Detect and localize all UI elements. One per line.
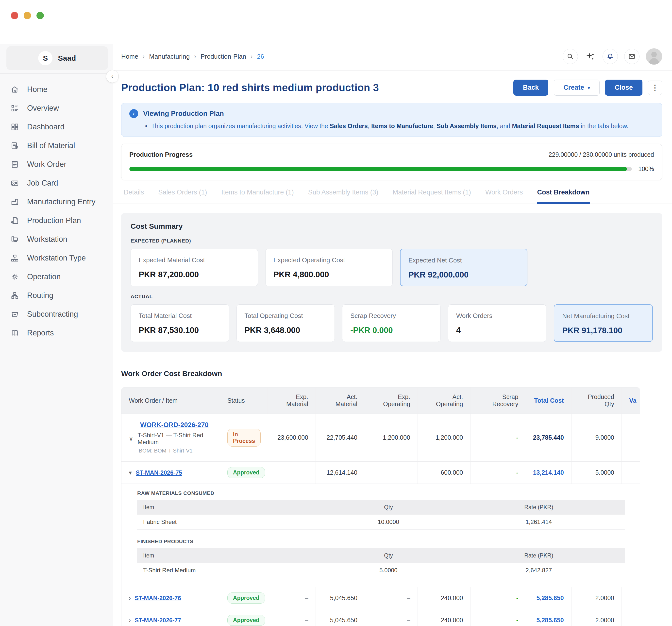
sidebar-item-label: Operation <box>27 272 61 281</box>
action-buttons: Back Create▾ Close ⋮ <box>513 79 662 96</box>
card-label: Expected Material Cost <box>139 256 250 264</box>
tab-sales-orders[interactable]: Sales Orders (1) <box>159 188 207 204</box>
main-content: Home › Manufacturing › Production-Plan ›… <box>113 0 672 626</box>
chevron-down-icon[interactable]: ∨ <box>129 435 133 442</box>
search-icon <box>567 53 574 60</box>
column-header[interactable]: Exp. Material <box>267 388 316 414</box>
sidebar-item-bill-of-material[interactable]: Bill of Material <box>0 136 113 155</box>
card-label: Total Material Cost <box>139 312 221 320</box>
column-header[interactable]: Status <box>220 388 268 414</box>
tab-sub-assembly-items[interactable]: Sub Assembly Items (3) <box>308 188 378 204</box>
avatar-person-icon <box>651 52 657 57</box>
production-progress-card: Production Progress 229.00000 / 230.0000… <box>121 144 662 180</box>
raw-materials-label: RAW MATERIALS CONSUMED <box>137 490 639 496</box>
stock-entry-detail-panel: RAW MATERIALS CONSUMED Item Qty Rate (PK… <box>121 484 640 587</box>
act-operating-cell: 600.000 <box>417 462 470 484</box>
column-header[interactable]: Scrap Recovery <box>471 388 526 414</box>
info-banner-header: i Viewing Production Plan <box>129 109 654 118</box>
total-material-cost-card: Total Material Cost PKR 87,530.100 <box>130 304 229 342</box>
maximize-window-icon[interactable] <box>37 12 44 19</box>
status-badge: Approved <box>227 615 265 626</box>
stock-entry-link[interactable]: ST-MAN-2026-77 <box>135 617 181 624</box>
exp-operating-cell: – <box>365 609 417 626</box>
sub-column-header: Item <box>137 548 325 563</box>
sidebar-item-production-plan[interactable]: Production Plan <box>0 211 113 230</box>
column-header[interactable]: Work Order / Item <box>121 388 220 414</box>
sub-table-header: Item Qty Rate (PKR) <box>137 548 625 563</box>
notifications-button[interactable] <box>602 49 618 64</box>
search-button[interactable] <box>562 49 578 64</box>
sidebar-item-work-order[interactable]: Work Order <box>0 155 113 174</box>
banner-text-bold: Items to Manufacture <box>371 122 433 130</box>
net-manufacturing-cost-card: Net Manufacturing Cost PKR 91,178.100 <box>554 304 653 342</box>
banner-text: , <box>368 122 371 130</box>
sidebar-item-label: Reports <box>27 328 54 338</box>
banner-text: This production plan organizes manufactu… <box>151 122 330 130</box>
close-window-icon[interactable] <box>11 12 18 19</box>
progress-percent: 100% <box>638 165 654 172</box>
sidebar-item-routing[interactable]: Routing <box>0 286 113 305</box>
chevron-right-icon[interactable]: › <box>129 617 131 624</box>
sidebar-item-dashboard[interactable]: Dashboard <box>0 118 113 136</box>
chevron-expanded-icon[interactable]: ▾ <box>129 469 132 476</box>
info-banner-title: Viewing Production Plan <box>143 110 224 118</box>
sidebar-item-workstation-type[interactable]: Workstation Type <box>0 249 113 268</box>
expected-material-cost-card: Expected Material Cost PKR 87,200.000 <box>130 249 258 286</box>
sidebar-item-job-card[interactable]: Job Card <box>0 174 113 192</box>
total-cost-cell: 13,214.140 <box>526 462 571 484</box>
tab-cost-breakdown[interactable]: Cost Breakdown <box>537 188 590 204</box>
expected-operating-cost-card: Expected Operating Cost PKR 4,800.000 <box>265 249 393 286</box>
breadcrumb-home[interactable]: Home <box>121 53 138 61</box>
sidebar-item-reports[interactable]: Reports <box>0 324 113 342</box>
page-header: Production Plan: 10 red shirts medium pr… <box>113 71 672 96</box>
tab-details[interactable]: Details <box>124 188 144 204</box>
sidebar-item-workstation[interactable]: Workstation <box>0 230 113 249</box>
sidebar-collapse-button[interactable]: ‹ <box>106 70 119 83</box>
total-cost-cell: 23,785.440 <box>526 414 571 461</box>
more-options-button[interactable]: ⋮ <box>648 80 662 95</box>
tab-work-orders[interactable]: Work Orders <box>485 188 523 204</box>
sidebar-item-subcontracting[interactable]: Subcontracting <box>0 305 113 324</box>
close-button[interactable]: Close <box>605 79 643 96</box>
stock-entry-link[interactable]: ST-MAN-2026-75 <box>136 469 182 476</box>
sidebar-item-overview[interactable]: Overview <box>0 99 113 118</box>
mail-button[interactable] <box>624 49 640 64</box>
card-value: 4 <box>456 326 538 335</box>
sidebar-item-home[interactable]: Home <box>0 80 113 99</box>
column-header[interactable]: Exp. Operating <box>365 388 418 414</box>
column-header[interactable]: Va <box>622 388 640 414</box>
column-header[interactable]: Act. Operating <box>417 388 471 414</box>
column-header[interactable]: Produced Qty <box>571 388 622 414</box>
status-badge: Approved <box>227 593 265 604</box>
user-card[interactable]: S Saad <box>6 46 108 70</box>
sidebar-item-operation[interactable]: Operation <box>0 268 113 286</box>
breadcrumb-production-plan[interactable]: Production-Plan <box>200 53 246 61</box>
item-name: T-Shirt-V1 — T-Shirt Red Medium <box>138 432 212 446</box>
tab-items-to-manufacture[interactable]: Items to Manufacture (1) <box>221 188 294 204</box>
column-header[interactable]: Act. Material <box>316 388 365 414</box>
chevron-right-icon[interactable]: › <box>129 595 131 602</box>
stock-entry-link[interactable]: ST-MAN-2026-76 <box>135 595 181 602</box>
exp-material-cell: – <box>268 587 316 609</box>
back-button[interactable]: Back <box>513 79 549 96</box>
info-banner-text: •This production plan organizes manufact… <box>145 122 654 130</box>
sidebar-item-label: Workstation <box>27 235 67 244</box>
sub-column-header: Rate (PKR) <box>453 548 625 563</box>
breadcrumb-separator: › <box>194 53 196 60</box>
create-button[interactable]: Create▾ <box>554 79 600 96</box>
sidebar-item-manufacturing-entry[interactable]: Manufacturing Entry <box>0 192 113 211</box>
breadcrumb-manufacturing[interactable]: Manufacturing <box>149 53 190 61</box>
work-order-link[interactable]: WORK-ORD-2026-270 <box>140 421 212 429</box>
exp-material-cell: – <box>268 609 316 626</box>
avatar: S <box>38 51 52 65</box>
bill-of-material-icon <box>10 141 20 150</box>
profile-avatar[interactable] <box>646 48 662 65</box>
minimize-window-icon[interactable] <box>24 12 31 19</box>
sub-table-row: T-Shirt Red Medium 5.0000 2,642.827 <box>137 563 625 578</box>
banner-text: , and <box>497 122 512 130</box>
card-value: PKR 3,648.000 <box>245 326 327 335</box>
tab-material-request-items[interactable]: Material Request Items (1) <box>393 188 471 204</box>
column-header[interactable]: Total Cost <box>526 388 571 414</box>
ai-sparkle-button[interactable] <box>584 50 596 62</box>
scrap-recovery-cell: - <box>470 414 525 461</box>
